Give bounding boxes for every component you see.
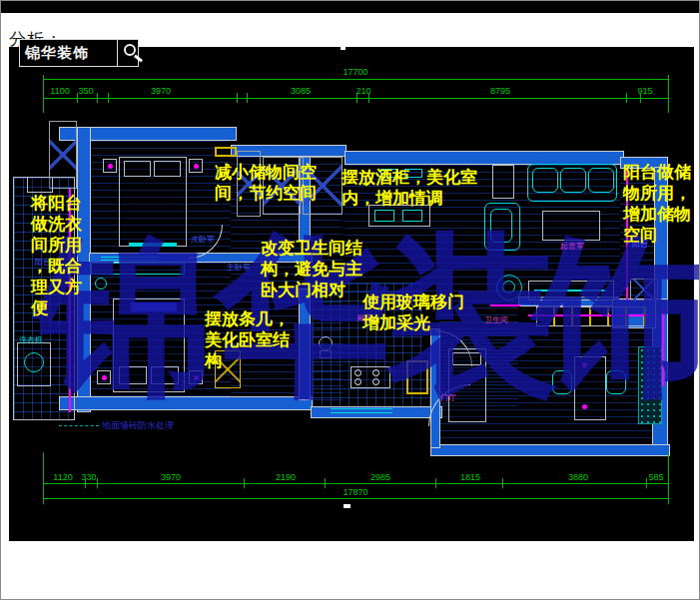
- annotation-wine-cabinet: 摆放酒柜，美化室 内，增加情调: [342, 167, 493, 209]
- dim-overall-bottom: 17870: [343, 487, 367, 497]
- dim-label: 1120: [53, 472, 72, 482]
- lamp-dot: [108, 164, 113, 169]
- dim-tick: [325, 478, 326, 488]
- waterproof-note: 地面墙砖防水处理: [102, 419, 174, 432]
- dim-label: 8795: [490, 86, 510, 96]
- dim-label: 3880: [568, 472, 588, 482]
- dim-line: [43, 498, 668, 499]
- room-label: 次卧室: [191, 234, 215, 245]
- dim-line: [43, 79, 668, 80]
- annotation-laundry: 将阳台 做洗衣 间所用 ，既合 理又方 便: [31, 193, 89, 318]
- annotation-storage: 减小储物间空 间，节约空间: [215, 162, 333, 204]
- dim-label: 1815: [460, 472, 480, 482]
- dim-label: 585: [648, 472, 663, 482]
- logo-text: 锦华装饰: [25, 44, 89, 63]
- cabinet: [27, 177, 53, 193]
- pillow: [154, 161, 181, 177]
- dim-label: 2985: [370, 472, 390, 482]
- note-leader-line: [59, 425, 99, 426]
- room-label: 起居室: [560, 241, 584, 252]
- watermark-char: 饰: [535, 231, 700, 405]
- sofa-cushion: [560, 168, 586, 193]
- sofa-cushion: [532, 168, 558, 193]
- pillow: [124, 161, 151, 177]
- dim-overall-top: 17700: [343, 67, 367, 77]
- dim-tick: [356, 93, 357, 103]
- dim-label: 3970: [161, 472, 181, 482]
- dim-label: 1100: [50, 86, 69, 96]
- lamp-dot: [194, 164, 199, 169]
- top-black-bar: [1, 1, 700, 13]
- dim-tick: [43, 478, 44, 488]
- dim-tick: [77, 93, 78, 103]
- dim-tick: [646, 478, 647, 488]
- selection-grip: [341, 45, 346, 50]
- page: 分析： 锦华装饰: [0, 0, 700, 600]
- dim-tick: [668, 478, 669, 488]
- room-label: 卫生间: [484, 314, 508, 325]
- wall: [345, 151, 624, 165]
- dim-tick: [108, 93, 109, 103]
- dim-tick: [247, 93, 248, 103]
- dim-tick: [244, 478, 245, 488]
- selection-grip: [344, 504, 350, 508]
- dim-tick: [237, 93, 238, 103]
- annotation-bathroom: 改变卫生间结 构，避免与主 卧大门相对: [261, 238, 370, 300]
- dim-tick: [640, 93, 641, 103]
- dim-tick: [435, 478, 436, 488]
- dim-label: 2190: [276, 472, 296, 482]
- dim-tick: [626, 93, 627, 103]
- room-label: 门厅: [440, 392, 456, 403]
- dim-tick: [97, 478, 98, 488]
- annotation-side-table: 摆放条几， 美化卧室结 构: [205, 308, 301, 371]
- sofa-cushion: [588, 168, 614, 193]
- annotation-glass-door: 使用玻璃移门 增加采光: [362, 292, 474, 333]
- dim-tick: [368, 93, 369, 103]
- window-yellow: [215, 147, 237, 157]
- dim-label: 350: [78, 86, 93, 96]
- dim-line: [43, 483, 668, 484]
- dim-label: 3085: [291, 86, 311, 96]
- dim-tick: [97, 93, 98, 103]
- room-label: 洗衣机: [19, 334, 43, 345]
- annotation-balcony-right: 阳台做储 物所用， 增加储物 空间: [623, 162, 700, 246]
- dim-tick: [668, 93, 669, 103]
- logo-divider: [117, 40, 118, 66]
- dim-label: 3970: [151, 86, 171, 96]
- dim-label: 330: [81, 472, 96, 482]
- room-label: 主卧室: [227, 262, 251, 273]
- dim-tick: [85, 478, 86, 488]
- dim-line: [43, 98, 668, 99]
- magnifier-icon: [124, 44, 136, 56]
- dim-tick: [502, 478, 503, 488]
- dim-tick: [43, 93, 44, 103]
- tv-cabinet: [492, 165, 514, 199]
- wall: [430, 444, 670, 456]
